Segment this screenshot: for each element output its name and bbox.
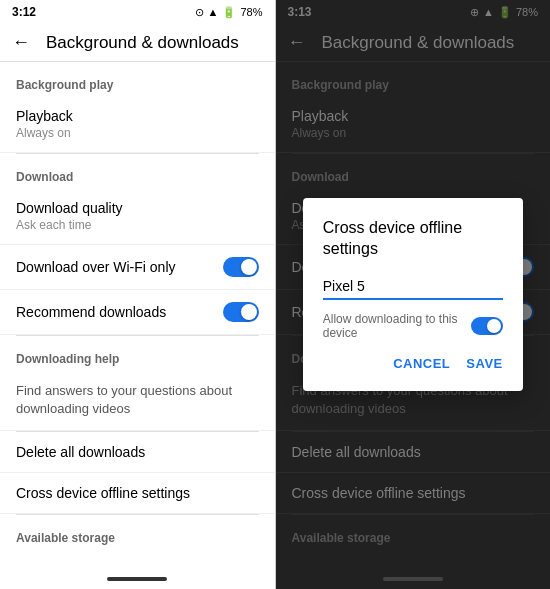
save-button[interactable]: SAVE bbox=[466, 356, 502, 371]
playback-value: Always on bbox=[16, 126, 73, 140]
help-text: Find answers to your questions about dow… bbox=[16, 382, 259, 418]
battery-icon: 🔋 bbox=[222, 6, 236, 19]
left-status-bar: 3:12 ⊙ ▲ 🔋 78% bbox=[0, 0, 275, 24]
help-label: Find answers to your questions about dow… bbox=[16, 382, 259, 418]
playback-text: Playback Always on bbox=[16, 108, 73, 140]
list-item-recommend[interactable]: Recommend downloads bbox=[0, 290, 275, 335]
dialog-buttons: CANCEL SAVE bbox=[323, 356, 503, 371]
left-home-bar bbox=[107, 577, 167, 581]
dialog-overlay: Cross device offline settings Allow down… bbox=[276, 0, 551, 589]
left-content: Background play Playback Always on Downl… bbox=[0, 62, 275, 569]
allow-download-label: Allow downloading to this device bbox=[323, 312, 471, 340]
left-page-title: Background & downloads bbox=[46, 33, 239, 53]
left-phone: 3:12 ⊙ ▲ 🔋 78% ← Background & downloads … bbox=[0, 0, 275, 589]
recommend-text: Recommend downloads bbox=[16, 304, 166, 320]
recommend-toggle[interactable] bbox=[223, 302, 259, 322]
left-status-icons: ⊙ ▲ 🔋 78% bbox=[195, 6, 263, 19]
right-phone: 3:13 ⊕ ▲ 🔋 78% ← Background & downloads … bbox=[276, 0, 551, 589]
dialog-title: Cross device offline settings bbox=[323, 218, 503, 260]
section-header-download: Download bbox=[0, 154, 275, 188]
delete-label: Delete all downloads bbox=[16, 444, 145, 460]
allow-download-row: Allow downloading to this device bbox=[323, 312, 503, 340]
allow-download-toggle[interactable] bbox=[471, 317, 503, 335]
storage-section: 0 MB used 94.79 GB free bbox=[0, 549, 275, 569]
section-header-bgplay: Background play bbox=[0, 62, 275, 96]
delete-text: Delete all downloads bbox=[16, 444, 145, 460]
wifi-only-toggle[interactable] bbox=[223, 257, 259, 277]
wifi-only-text: Download over Wi-Fi only bbox=[16, 259, 176, 275]
list-item-cross-device[interactable]: Cross device offline settings bbox=[0, 473, 275, 514]
list-item-playback[interactable]: Playback Always on bbox=[0, 96, 275, 153]
playback-label: Playback bbox=[16, 108, 73, 124]
section-header-help: Downloading help bbox=[0, 336, 275, 370]
quality-text: Download quality Ask each time bbox=[16, 200, 123, 232]
list-item-delete[interactable]: Delete all downloads bbox=[0, 432, 275, 473]
device-name-input[interactable] bbox=[323, 276, 503, 300]
cancel-button[interactable]: CANCEL bbox=[393, 356, 450, 371]
recommend-label: Recommend downloads bbox=[16, 304, 166, 320]
quality-label: Download quality bbox=[16, 200, 123, 216]
cross-device-text: Cross device offline settings bbox=[16, 485, 190, 501]
quality-value: Ask each time bbox=[16, 218, 123, 232]
section-header-storage: Available storage bbox=[0, 515, 275, 549]
cross-device-label: Cross device offline settings bbox=[16, 485, 190, 501]
left-top-bar: ← Background & downloads bbox=[0, 24, 275, 62]
wifi-icon: ▲ bbox=[208, 6, 219, 18]
left-time: 3:12 bbox=[12, 5, 36, 19]
list-item-help[interactable]: Find answers to your questions about dow… bbox=[0, 370, 275, 431]
cross-device-dialog: Cross device offline settings Allow down… bbox=[303, 198, 523, 391]
left-home-indicator bbox=[0, 569, 275, 589]
wifi-only-label: Download over Wi-Fi only bbox=[16, 259, 176, 275]
left-back-button[interactable]: ← bbox=[12, 32, 30, 53]
list-item-wifi-only[interactable]: Download over Wi-Fi only bbox=[0, 245, 275, 290]
list-item-quality[interactable]: Download quality Ask each time bbox=[0, 188, 275, 245]
location-icon: ⊙ bbox=[195, 6, 204, 19]
left-battery: 78% bbox=[240, 6, 262, 18]
